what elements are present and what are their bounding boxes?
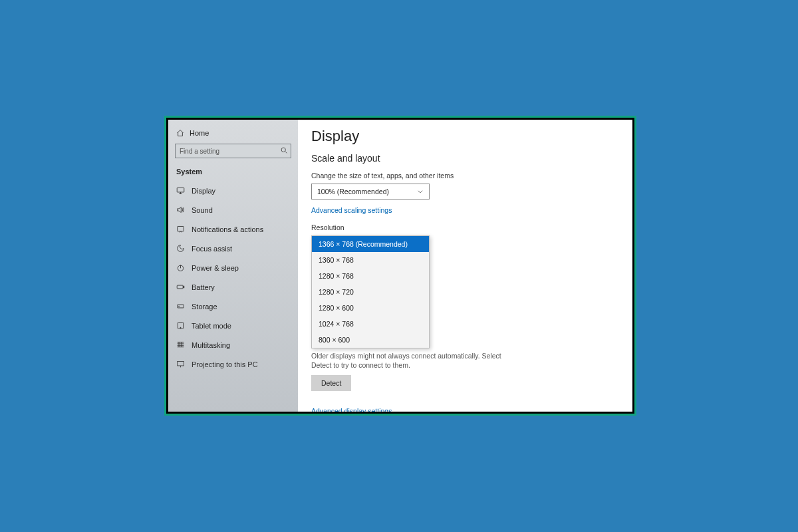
notifications-icon bbox=[176, 225, 185, 233]
resolution-label: Resolution bbox=[311, 223, 619, 231]
search-icon bbox=[280, 146, 288, 154]
settings-window: Home System Display Sound Notifications … bbox=[168, 120, 632, 412]
sidebar-item-display[interactable]: Display bbox=[168, 181, 298, 200]
resolution-option[interactable]: 1280 × 720 bbox=[312, 284, 429, 300]
nav-label: Focus assist bbox=[192, 245, 232, 253]
chevron-down-icon bbox=[417, 188, 424, 195]
svg-rect-6 bbox=[178, 305, 184, 308]
svg-rect-2 bbox=[178, 226, 184, 231]
svg-point-7 bbox=[179, 306, 180, 307]
multitasking-icon bbox=[176, 340, 185, 349]
sidebar-item-sound[interactable]: Sound bbox=[168, 200, 298, 219]
nav-label: Storage bbox=[192, 303, 217, 311]
svg-rect-10 bbox=[178, 361, 184, 366]
display-icon bbox=[176, 186, 185, 195]
advanced-display-link[interactable]: Advanced display settings bbox=[311, 407, 392, 412]
sidebar-item-notifications[interactable]: Notifications & actions bbox=[168, 219, 298, 239]
sidebar-item-multitasking[interactable]: Multitasking bbox=[168, 335, 298, 354]
resolution-option[interactable]: 1280 × 600 bbox=[312, 300, 429, 316]
window-frame: Home System Display Sound Notifications … bbox=[164, 116, 636, 416]
focus-assist-icon bbox=[176, 244, 185, 253]
home-icon bbox=[176, 129, 184, 137]
sidebar-item-battery[interactable]: Battery bbox=[168, 277, 298, 297]
sidebar: Home System Display Sound Notifications … bbox=[168, 120, 298, 412]
section-scale-layout: Scale and layout bbox=[311, 153, 619, 164]
resolution-option[interactable]: 1024 × 768 bbox=[312, 316, 429, 332]
home-label: Home bbox=[190, 129, 209, 137]
nav-label: Projecting to this PC bbox=[192, 360, 258, 368]
projecting-icon bbox=[176, 360, 185, 368]
nav-label: Multitasking bbox=[192, 341, 230, 349]
scale-value: 100% (Recommended) bbox=[317, 188, 389, 196]
nav-label: Notifications & actions bbox=[192, 225, 263, 233]
scale-dropdown[interactable]: 100% (Recommended) bbox=[311, 184, 430, 200]
detect-help-text: Older displays might not always connect … bbox=[311, 351, 511, 370]
resolution-option[interactable]: 1280 × 768 bbox=[312, 268, 429, 284]
sidebar-item-projecting[interactable]: Projecting to this PC bbox=[168, 354, 298, 374]
sidebar-item-tablet-mode[interactable]: Tablet mode bbox=[168, 316, 298, 335]
sound-icon bbox=[176, 205, 185, 214]
svg-rect-4 bbox=[177, 285, 183, 289]
svg-rect-5 bbox=[184, 286, 184, 287]
search-wrap bbox=[175, 144, 291, 158]
sidebar-item-storage[interactable]: Storage bbox=[168, 297, 298, 316]
resolution-option[interactable]: 1360 × 768 bbox=[312, 252, 429, 268]
svg-rect-1 bbox=[177, 188, 184, 192]
tablet-icon bbox=[176, 321, 185, 330]
nav-label: Tablet mode bbox=[192, 322, 231, 330]
sidebar-category: System bbox=[168, 165, 298, 181]
page-title: Display bbox=[311, 128, 619, 145]
detect-button[interactable]: Detect bbox=[311, 375, 351, 391]
nav-label: Sound bbox=[192, 206, 213, 214]
resolution-dropdown-open[interactable]: 1366 × 768 (Recommended) 1360 × 768 1280… bbox=[311, 235, 430, 348]
sidebar-item-focus-assist[interactable]: Focus assist bbox=[168, 239, 298, 258]
scale-label: Change the size of text, apps, and other… bbox=[311, 172, 619, 180]
battery-icon bbox=[176, 283, 185, 291]
sidebar-item-power-sleep[interactable]: Power & sleep bbox=[168, 258, 298, 277]
sidebar-home[interactable]: Home bbox=[168, 126, 298, 142]
nav-label: Display bbox=[192, 187, 215, 195]
search-input[interactable] bbox=[175, 144, 291, 158]
storage-icon bbox=[176, 302, 185, 311]
power-icon bbox=[176, 263, 185, 272]
nav-label: Power & sleep bbox=[192, 264, 239, 272]
resolution-option[interactable]: 1366 × 768 (Recommended) bbox=[312, 236, 429, 252]
svg-point-9 bbox=[180, 327, 181, 328]
advanced-scaling-link[interactable]: Advanced scaling settings bbox=[311, 206, 392, 214]
main-panel: Display Scale and layout Change the size… bbox=[298, 120, 632, 412]
svg-point-0 bbox=[281, 148, 285, 152]
nav-label: Battery bbox=[192, 283, 215, 291]
resolution-option[interactable]: 800 × 600 bbox=[312, 332, 429, 348]
